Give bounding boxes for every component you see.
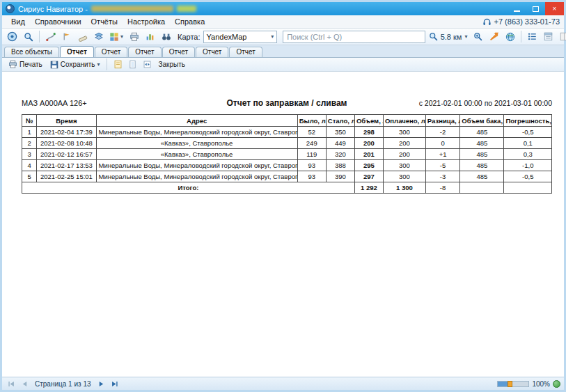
table-cell: 320: [326, 149, 354, 160]
menu-item-vid[interactable]: Вид: [6, 16, 30, 27]
print-map-button[interactable]: [127, 30, 141, 44]
tab-all-objects[interactable]: Все объекты: [4, 47, 59, 57]
table-cell: 200: [354, 138, 383, 149]
table-cell: -3: [425, 171, 459, 182]
charts-button[interactable]: [143, 30, 157, 44]
table-cell: 52: [297, 127, 326, 138]
menu-item-nastroyka[interactable]: Настройка: [123, 16, 170, 27]
totals-cell: -8: [425, 182, 459, 194]
table-cell: -0,5: [504, 127, 552, 138]
whole-page-button[interactable]: [126, 58, 139, 70]
menu-item-spravochniki[interactable]: Справочники: [30, 16, 86, 27]
previous-page-button[interactable]: [19, 379, 30, 389]
table-cell: Минеральные Воды, Минераловодский городс…: [96, 171, 297, 182]
scale-caret-icon: ▾: [464, 33, 467, 40]
zoom-slider-handle[interactable]: [508, 381, 512, 387]
binoculars-icon: [162, 32, 171, 42]
redacted-title-badge: [177, 6, 196, 12]
tab-report-5[interactable]: Отчет: [196, 47, 228, 57]
tab-report-4[interactable]: Отчет: [162, 47, 195, 57]
tab-label: Все объекты: [11, 48, 52, 56]
split-view-button[interactable]: [557, 30, 566, 44]
totals-cell: [460, 182, 504, 194]
tab-report-3[interactable]: Отчет: [128, 47, 161, 57]
tab-report-6[interactable]: Отчет: [229, 47, 262, 57]
compass-icon: [7, 31, 17, 42]
follow-object-button[interactable]: [487, 30, 501, 44]
map-provider-select[interactable]: YandexMap ▾: [203, 31, 278, 43]
tab-report-1[interactable]: Отчет: [60, 46, 94, 57]
printer-icon: [8, 60, 17, 69]
menu-item-otchety[interactable]: Отчёты: [86, 16, 123, 27]
map-layers-dropdown[interactable]: ▾: [107, 30, 125, 44]
route-icon: [46, 32, 56, 42]
minimize-button[interactable]: [508, 2, 526, 15]
table-cell: 449: [326, 138, 354, 149]
tab-report-2[interactable]: Отчет: [95, 47, 127, 57]
table-cell: «Кавказ», Ставрополье: [96, 138, 297, 149]
scale-indicator[interactable]: 5.8 км ▾: [427, 30, 470, 44]
close-report-button[interactable]: Закрыть: [155, 58, 188, 70]
app-window: Сириус Навигатор - × Вид Справочники Отч…: [0, 0, 566, 392]
table-row: 32021-02-12 16:57«Кавказ», Ставрополье11…: [22, 149, 552, 160]
search-input[interactable]: [283, 31, 425, 43]
whole-map-button[interactable]: [503, 30, 517, 44]
column-header: Было, л: [297, 115, 326, 127]
layers-button[interactable]: [91, 30, 106, 44]
ruler-icon: [78, 32, 88, 42]
zoom-value: 100%: [532, 380, 550, 388]
maximize-button[interactable]: [526, 2, 545, 15]
column-header: Разница, л: [425, 115, 459, 127]
column-header: Время: [37, 115, 96, 127]
title-bar: Сириус Навигатор - ×: [2, 2, 564, 15]
first-page-button[interactable]: [6, 379, 17, 389]
chart-icon: [146, 32, 155, 41]
globe-icon: [505, 32, 515, 42]
column-header: Объем бака, л: [460, 115, 504, 127]
search-icon: [24, 32, 33, 42]
last-page-button[interactable]: [109, 379, 120, 389]
show-objects-button[interactable]: [5, 30, 19, 44]
status-indicator-icon[interactable]: [553, 380, 560, 388]
close-button[interactable]: ×: [545, 2, 564, 15]
table-cell: 485: [460, 127, 504, 138]
table-cell: 200: [383, 149, 425, 160]
totals-cell: [504, 182, 552, 194]
report-panel-button[interactable]: [541, 30, 556, 44]
status-bar: Страница 1 из 13 100%: [2, 377, 564, 390]
save-dropdown-caret-icon: ▾: [97, 61, 100, 68]
save-button[interactable]: Сохранить ▾: [47, 58, 103, 70]
menu-item-spravka[interactable]: Справка: [170, 16, 210, 27]
zoom-in-button[interactable]: [471, 30, 485, 44]
table-cell: -5: [425, 160, 459, 171]
totals-cell: 1 300: [383, 182, 425, 194]
search-map-button[interactable]: [21, 30, 36, 44]
previous-page-icon: [21, 380, 29, 388]
zoom-slider[interactable]: [497, 381, 529, 387]
main-toolbar: ▾ Карта: YandexMap ▾ 5.8 км ▾: [2, 29, 564, 45]
binoculars-button[interactable]: [159, 30, 173, 44]
page-width-button[interactable]: [141, 58, 153, 70]
marker-button[interactable]: [59, 30, 74, 44]
close-report-label: Закрыть: [158, 61, 185, 68]
toolbar-separator: [39, 31, 40, 42]
scale-magnifier-icon: [429, 32, 438, 41]
menu-bar: Вид Справочники Отчёты Настройка Справка…: [2, 15, 564, 29]
print-button[interactable]: Печать: [6, 58, 45, 70]
table-cell: 485: [460, 171, 504, 182]
window-title: Сириус Навигатор -: [18, 5, 88, 13]
table-cell: 93: [297, 160, 326, 171]
report-toolbar: Печать Сохранить ▾ Закрыть: [2, 58, 564, 72]
totals-cell: 1 292: [354, 182, 383, 194]
object-list-button[interactable]: [525, 30, 540, 44]
page-setup-button[interactable]: [111, 58, 124, 70]
next-page-button[interactable]: [96, 379, 107, 389]
ruler-button[interactable]: [75, 30, 90, 44]
split-view-icon: [560, 32, 566, 41]
table-cell: 350: [326, 127, 354, 138]
close-icon: ×: [553, 5, 557, 13]
minimize-icon: [514, 10, 520, 12]
track-button[interactable]: [43, 30, 58, 44]
zoom-controls: 100%: [497, 380, 560, 388]
table-cell: 300: [383, 127, 425, 138]
